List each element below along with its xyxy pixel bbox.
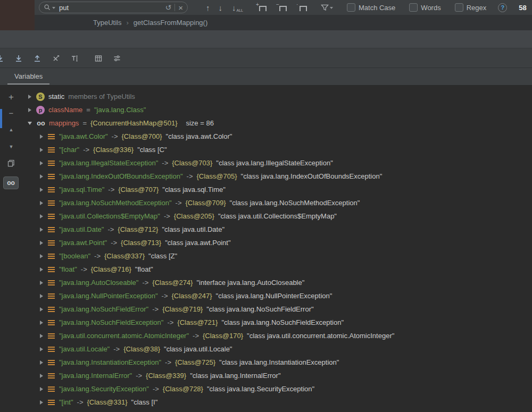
watches-view-icon[interactable]: oo	[3, 176, 19, 189]
entry-reference: {Class@705}	[196, 172, 237, 180]
words-box-icon[interactable]	[409, 3, 418, 12]
map-entry-row[interactable]: "java.awt.Point" -> {Class@713} "class j…	[24, 236, 532, 249]
entry-key: "java.util.Collections$EmptyMap"	[59, 212, 160, 220]
map-entry-row[interactable]: "java.awt.Color" -> {Class@700} "class j…	[24, 130, 532, 143]
expand-icon[interactable]	[26, 106, 33, 113]
occurrence-exclude-icon[interactable]: −	[279, 6, 287, 11]
map-entry-row[interactable]: "java.lang.AutoCloseable" -> {Class@274}…	[24, 276, 532, 289]
entry-arrow: ->	[153, 385, 159, 393]
breadcrumb-item-method[interactable]: getClassFromMapping()	[134, 19, 207, 27]
map-entry-row[interactable]: "java.lang.NullPointerException" -> {Cla…	[24, 289, 532, 302]
map-entry-row[interactable]: "java.util.Collections$EmptyMap" -> {Cla…	[24, 209, 532, 223]
expand-icon[interactable]	[38, 159, 45, 166]
move-up-icon[interactable]: ▲	[5, 124, 18, 136]
map-entry-row[interactable]: "java.sql.Time" -> {Class@707} "class ja…	[24, 183, 532, 196]
map-entry-row[interactable]: "java.util.concurrent.atomic.AtomicInteg…	[24, 329, 532, 342]
entry-arrow: ->	[165, 358, 171, 366]
map-entry-row[interactable]: "java.lang.IndexOutOfBoundsException" ->…	[24, 170, 532, 183]
export-arrow-up-icon[interactable]	[32, 54, 42, 63]
expand-icon[interactable]	[38, 239, 45, 246]
map-entry-row[interactable]: "java.lang.InternalError" -> {Class@339}…	[24, 369, 532, 382]
map-entry-row[interactable]: "java.lang.NoSuchMethodException" -> {Cl…	[24, 196, 532, 209]
expand-icon[interactable]	[38, 279, 45, 286]
breadcrumb-item-class[interactable]: TypeUtils	[93, 19, 121, 27]
static-badge-icon: S	[36, 93, 45, 101]
regex-label[interactable]: Regex	[467, 4, 487, 12]
help-icon[interactable]: ?	[498, 3, 507, 12]
collapse-icon[interactable]	[26, 120, 33, 127]
search-input[interactable]: put ↺ ×	[39, 2, 188, 13]
expand-icon[interactable]	[38, 186, 45, 193]
entry-reference: {Class@205}	[174, 212, 214, 220]
expand-icon[interactable]	[38, 266, 45, 273]
map-entry-row[interactable]: "java.lang.NoSuchFieldError" -> {Class@7…	[24, 302, 532, 316]
expand-icon[interactable]	[38, 292, 45, 299]
occurrence-add-icon[interactable]: +	[259, 6, 267, 11]
import-arrow-down-icon[interactable]	[14, 54, 23, 63]
entry-value: "class java.lang.SecurityException"	[207, 385, 314, 393]
clear-x-icon[interactable]	[51, 54, 61, 63]
expand-icon[interactable]	[38, 385, 45, 392]
expand-icon[interactable]	[38, 332, 45, 339]
map-entry-row[interactable]: "[char" -> {Class@336} "class [C"	[24, 143, 532, 156]
words-label[interactable]: Words	[421, 4, 440, 12]
search-options-chevron-icon[interactable]	[52, 7, 55, 9]
text-cursor-icon[interactable]	[70, 54, 79, 63]
clear-search-icon[interactable]: ×	[178, 4, 183, 12]
map-entry-row[interactable]: "java.util.Locale" -> {Class@38} "class …	[24, 342, 532, 356]
expand-icon[interactable]	[38, 372, 45, 379]
regex-box-icon[interactable]	[455, 3, 463, 12]
entry-reference: {Class@170}	[203, 332, 243, 340]
entry-key: "[char"	[59, 146, 79, 154]
expand-icon[interactable]	[38, 359, 45, 366]
map-entry-row[interactable]: "java.lang.SecurityException" -> {Class@…	[24, 382, 532, 396]
expand-icon[interactable]	[38, 399, 45, 406]
expand-icon[interactable]	[38, 226, 45, 233]
expand-icon[interactable]	[26, 93, 33, 100]
map-entry-icon	[48, 307, 55, 312]
remove-watch-icon[interactable]: −	[5, 107, 18, 119]
move-down-icon[interactable]: ▼	[5, 141, 18, 153]
map-entry-row[interactable]: "[int" -> {Class@331} "class [I"	[24, 396, 532, 409]
map-entry-row[interactable]: "java.lang.IllegalStateException" -> {Cl…	[24, 156, 532, 170]
filter-icon[interactable]	[321, 4, 333, 11]
map-entry-row[interactable]: "[boolean" -> {Class@337} "class [Z"	[24, 249, 532, 263]
add-watch-icon[interactable]: +	[5, 91, 18, 103]
expand-icon[interactable]	[38, 213, 45, 220]
expand-icon[interactable]	[38, 173, 45, 180]
expand-icon[interactable]	[38, 146, 45, 153]
static-members-row[interactable]: S static members of TypeUtils	[24, 90, 532, 103]
map-entry-row[interactable]: "float" -> {Class@716} "float"	[24, 263, 532, 276]
duplicate-icon[interactable]	[5, 157, 18, 169]
previous-occurrence-icon[interactable]: ↑	[206, 3, 210, 12]
expand-icon[interactable]	[38, 319, 45, 326]
find-all-icon[interactable]: ↓ALL	[232, 3, 243, 12]
expand-icon[interactable]	[38, 306, 45, 313]
next-occurrence-icon[interactable]: ↓	[219, 3, 223, 12]
entry-value: "class java.util.Locale"	[164, 345, 232, 353]
variable-name: className	[48, 106, 82, 114]
expand-icon[interactable]	[38, 253, 45, 259]
search-history-icon[interactable]: ↺	[165, 3, 172, 12]
match-case-label[interactable]: Match Case	[359, 4, 395, 12]
table-view-icon[interactable]	[94, 54, 103, 63]
entry-key: "float"	[59, 265, 77, 273]
regex-checkbox[interactable]: Regex	[455, 3, 487, 12]
expand-icon[interactable]	[38, 199, 45, 206]
mappings-row[interactable]: oo mappings = {ConcurrentHashMap@501} si…	[24, 116, 532, 130]
classname-row[interactable]: p className = "java.lang.Class"	[24, 103, 532, 116]
occurrence-toggle-icon[interactable]: ·	[300, 6, 307, 11]
expand-icon[interactable]	[38, 133, 45, 140]
tab-variables[interactable]: Variables	[5, 68, 52, 85]
search-icon[interactable]	[44, 4, 51, 11]
filter-settings-icon[interactable]	[112, 54, 122, 63]
expand-icon[interactable]	[38, 346, 45, 352]
words-checkbox[interactable]: Words	[409, 3, 440, 12]
map-entry-row[interactable]: "java.lang.InstantiationException" -> {C…	[24, 356, 532, 369]
entry-arrow: ->	[111, 239, 117, 247]
match-case-box-icon[interactable]	[347, 3, 355, 12]
map-entry-row[interactable]: "java.lang.NoSuchFieldException" -> {Cla…	[24, 316, 532, 329]
match-case-checkbox[interactable]: Match Case	[347, 3, 395, 12]
map-entry-row[interactable]: "java.util.Date" -> {Class@712} "class j…	[24, 223, 532, 236]
clipped-toolbar-icon[interactable]	[0, 54, 5, 63]
